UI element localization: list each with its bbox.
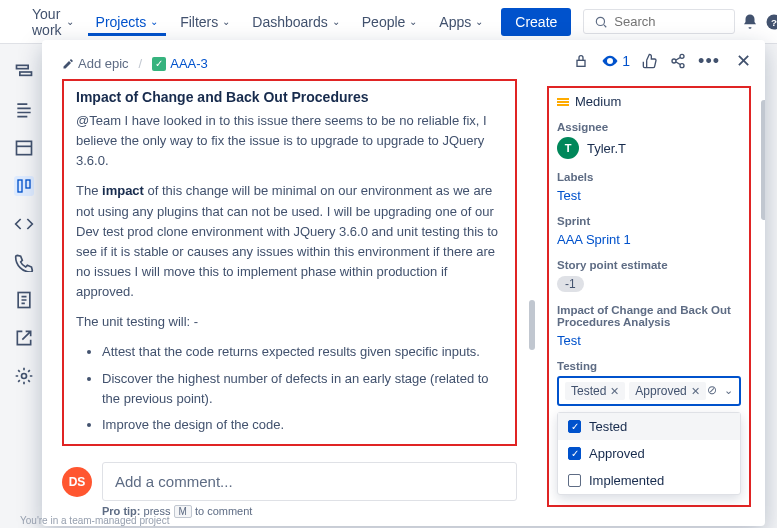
- sprint-label: Sprint: [557, 215, 741, 227]
- svg-rect-15: [17, 141, 32, 154]
- bullet-item: Attest that the code returns expected re…: [102, 342, 503, 362]
- issue-main: Add epic / ✓ AAA-3 Impact of Change and …: [42, 40, 537, 526]
- issue-key-link[interactable]: ✓ AAA-3: [152, 56, 208, 71]
- nav-projects[interactable]: Projects⌄: [88, 8, 167, 36]
- footer-hint: You're in a team-managed project: [20, 515, 169, 526]
- watch-count: 1: [622, 53, 630, 69]
- svg-point-19: [22, 374, 27, 379]
- labels-label: Labels: [557, 171, 741, 183]
- search-input[interactable]: [614, 14, 724, 29]
- comment-input[interactable]: Add a comment...: [102, 462, 517, 501]
- svg-rect-16: [18, 180, 22, 192]
- chevron-down-icon[interactable]: ⌄: [724, 384, 733, 397]
- testing-label: Testing: [557, 360, 741, 372]
- left-scrollbar[interactable]: [529, 100, 535, 470]
- lock-icon[interactable]: [573, 53, 589, 69]
- issue-sidebar: Medium Assignee T Tyler.T Labels Test Sp…: [537, 40, 765, 526]
- svg-rect-20: [577, 60, 585, 66]
- svg-rect-14: [20, 72, 32, 75]
- svg-point-9: [597, 17, 605, 25]
- dropdown-option[interactable]: ✓Tested: [558, 413, 740, 440]
- rail-phone-icon[interactable]: [14, 252, 34, 272]
- assignee-field[interactable]: T Tyler.T: [557, 137, 741, 159]
- rail-board-icon[interactable]: [14, 176, 34, 196]
- pencil-icon: [62, 58, 74, 70]
- story-type-icon: ✓: [152, 57, 166, 71]
- sprint-value[interactable]: AAA Sprint 1: [557, 232, 631, 247]
- watch-button[interactable]: 1: [601, 52, 630, 70]
- rail-code-icon[interactable]: [14, 214, 34, 234]
- rail-roadmap-icon[interactable]: [14, 62, 34, 82]
- assignee-name: Tyler.T: [587, 141, 626, 156]
- right-scrollbar[interactable]: [761, 90, 765, 510]
- checkbox-icon: [568, 474, 581, 487]
- nav-your-work[interactable]: Your work⌄: [24, 0, 82, 44]
- search-icon: [594, 15, 608, 29]
- description-body: @Team I have looked in to this issue the…: [76, 111, 503, 446]
- priority-field[interactable]: Medium: [557, 94, 741, 109]
- testing-select[interactable]: Tested✕ Approved✕ ⊘ ⌄: [557, 376, 741, 406]
- description-title: Impact of Change and Back Out Procedures: [76, 89, 503, 105]
- help-icon[interactable]: ?: [765, 10, 777, 34]
- rail-project-settings-icon[interactable]: [14, 366, 34, 386]
- notifications-icon[interactable]: [741, 10, 759, 34]
- close-icon[interactable]: ✕: [736, 50, 751, 72]
- nav-dashboards[interactable]: Dashboards⌄: [244, 8, 348, 36]
- assignee-label: Assignee: [557, 121, 741, 133]
- chip-remove-icon[interactable]: ✕: [691, 385, 700, 398]
- svg-point-21: [680, 54, 684, 58]
- impact-analysis-value[interactable]: Test: [557, 333, 581, 348]
- bullet-item: Identify units that are too complex: [102, 441, 503, 446]
- share-icon[interactable]: [670, 53, 686, 69]
- svg-text:?: ?: [771, 16, 777, 27]
- assignee-avatar: T: [557, 137, 579, 159]
- svg-point-22: [672, 59, 676, 63]
- checkbox-icon: ✓: [568, 420, 581, 433]
- create-button[interactable]: Create: [501, 8, 571, 36]
- bullet-item: Improve the design of the code.: [102, 415, 503, 435]
- story-points-value[interactable]: -1: [557, 276, 584, 292]
- testing-chip[interactable]: Tested✕: [565, 382, 625, 400]
- rail-backlog-icon[interactable]: [14, 100, 34, 120]
- nav-apps[interactable]: Apps⌄: [431, 8, 491, 36]
- eye-icon: [601, 52, 619, 70]
- nav-people[interactable]: People⌄: [354, 8, 426, 36]
- bullet-item: Discover the highest number of defects i…: [102, 369, 503, 409]
- testing-chip[interactable]: Approved✕: [629, 382, 705, 400]
- testing-dropdown: ✓Tested ✓Approved Implemented: [557, 412, 741, 495]
- left-rail: [0, 44, 48, 528]
- add-epic-button[interactable]: Add epic: [62, 56, 129, 71]
- nav-filters[interactable]: Filters⌄: [172, 8, 238, 36]
- impact-analysis-label: Impact of Change and Back Out Procedures…: [557, 304, 741, 328]
- rail-list-icon[interactable]: [14, 138, 34, 158]
- svg-rect-13: [17, 65, 29, 68]
- user-avatar: DS: [62, 467, 92, 497]
- topbar: Your work⌄ Projects⌄ Filters⌄ Dashboards…: [0, 0, 777, 44]
- clear-all-icon[interactable]: ⊘: [707, 383, 717, 397]
- thumbs-up-icon[interactable]: [642, 53, 658, 69]
- chip-remove-icon[interactable]: ✕: [610, 385, 619, 398]
- dropdown-option[interactable]: Implemented: [558, 467, 740, 494]
- story-points-label: Story point estimate: [557, 259, 741, 271]
- rail-pages-icon[interactable]: [14, 290, 34, 310]
- sidebar-highlight: Medium Assignee T Tyler.T Labels Test Sp…: [547, 86, 751, 507]
- rail-shortcut-icon[interactable]: [14, 328, 34, 348]
- description-highlight: Impact of Change and Back Out Procedures…: [62, 79, 517, 446]
- labels-value[interactable]: Test: [557, 188, 581, 203]
- priority-medium-icon: [557, 98, 569, 106]
- dropdown-option[interactable]: ✓Approved: [558, 440, 740, 467]
- issue-modal: 1 ••• ✕ Add epic / ✓ AAA-3 Impact of Cha…: [42, 40, 765, 526]
- svg-point-23: [680, 64, 684, 68]
- search-box[interactable]: [583, 9, 735, 34]
- modal-action-bar: 1 ••• ✕: [573, 50, 751, 72]
- svg-rect-17: [26, 180, 30, 188]
- checkbox-icon: ✓: [568, 447, 581, 460]
- comment-row: DS Add a comment...: [62, 462, 517, 501]
- more-actions-icon[interactable]: •••: [698, 51, 720, 72]
- breadcrumb: Add epic / ✓ AAA-3: [62, 56, 517, 71]
